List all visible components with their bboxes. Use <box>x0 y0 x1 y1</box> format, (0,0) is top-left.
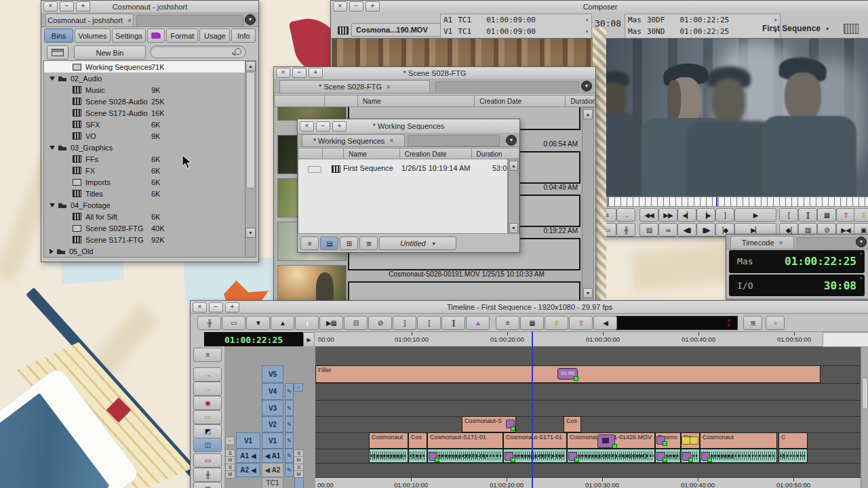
track-lock-cell[interactable]: ✎ <box>285 449 294 463</box>
bin-folder-row[interactable]: 02_Audio <box>44 73 245 84</box>
audio-tool-icon[interactable]: ╫ <box>193 468 222 482</box>
audio-clip[interactable]: Cosmonaut <box>700 449 777 463</box>
mark-in-icon[interactable]: [ <box>779 208 798 222</box>
chevron-down-icon[interactable] <box>50 146 55 150</box>
track-button-v5[interactable]: V5 <box>262 365 283 383</box>
video-clip[interactable]: Cosmonaut-S171-01 <box>503 432 567 449</box>
video-clip[interactable]: C <box>778 432 808 449</box>
next-edit-icon[interactable]: ▮▶ <box>696 223 715 237</box>
text-view-icon[interactable]: ▤ <box>320 237 338 250</box>
splice-in-icon[interactable]: ⇧ <box>569 316 593 330</box>
audio-clip[interactable]: Cos <box>408 449 427 463</box>
timewarp-icon[interactable] <box>690 436 698 445</box>
step-back-icon[interactable]: ◀▏ <box>677 208 696 222</box>
minimize-icon[interactable]: − <box>60 1 74 12</box>
tab-menu-icon[interactable]: ▾ <box>506 135 517 146</box>
position-bar[interactable] <box>608 197 868 207</box>
timeline-view-icon[interactable] <box>844 24 859 34</box>
track-lock-cell[interactable]: ✎ <box>285 416 294 432</box>
filmstrip-icon[interactable]: ▦ <box>817 208 836 222</box>
track-button-v4[interactable]: V4 <box>262 383 283 400</box>
source-track-patch[interactable]: A1 ◀ <box>236 449 260 463</box>
bin-item-row[interactable]: Scene S028-FTG40K <box>44 222 245 234</box>
audio-clip[interactable]: Cosmonaut-S171-01 <box>427 449 503 463</box>
bin-item-row[interactable]: All for Sift6K <box>44 211 245 222</box>
zoom-icon[interactable]: + <box>366 1 380 12</box>
io-timecode-row[interactable]: I/O 30:08 ▾ <box>729 274 865 296</box>
splice-arrow-icon[interactable]: → <box>616 208 635 222</box>
tab-project[interactable]: Cosmonaut - joshshort × <box>45 14 134 26</box>
zoom-icon[interactable]: + <box>76 1 90 12</box>
column-header-duration[interactable]: Duration <box>566 95 595 107</box>
bin-view-icon[interactable]: ▤ <box>639 223 658 237</box>
video-clip[interactable]: Cosmonaut <box>369 432 408 449</box>
segment-box-icon[interactable]: ▭ <box>222 316 245 330</box>
master-timecode-row[interactable]: Mas 01:00:22:25 ▾ <box>729 250 865 273</box>
timeline-fast-menu-icon[interactable]: ≡ <box>193 348 222 362</box>
motion-effect-icon[interactable]: ▲ <box>466 316 490 330</box>
timeline-fast-menu-icon[interactable]: ≡ <box>496 316 519 330</box>
chevron-down-icon[interactable]: ▾ <box>585 28 589 35</box>
tab-format[interactable]: Format <box>166 28 198 43</box>
source-track-patch[interactable]: V1 <box>236 432 260 449</box>
bin-view-menu[interactable]: Untitled ▾ <box>379 237 456 250</box>
scroll-thumb[interactable] <box>246 72 255 188</box>
bin-item-row[interactable]: Scene S028-Audio25K <box>44 96 245 107</box>
record-timecode-block[interactable]: Mas30DF01:00:22:25▾Mas30ND01:00:22:25▾ <box>625 14 781 39</box>
script-note-box[interactable] <box>348 281 580 302</box>
track-lock-cell[interactable]: ✎ <box>285 432 294 449</box>
minimize-icon[interactable]: − <box>349 1 363 12</box>
timecode-line[interactable]: Mas30DF01:00:22:25▾ <box>625 14 780 26</box>
track-button-a1[interactable]: ◀ A1 <box>262 449 283 463</box>
track-lock-cell[interactable]: ✎ <box>285 463 294 477</box>
audio-clip[interactable]: C <box>778 449 808 463</box>
close-icon[interactable]: × <box>779 239 783 247</box>
scroll-thumb[interactable] <box>862 378 868 409</box>
tab-info[interactable]: Info <box>231 28 256 43</box>
close-icon[interactable]: × <box>300 121 314 131</box>
chevron-down-icon[interactable]: ▾ <box>859 275 863 281</box>
audio-clip[interactable]: Cosmo <box>655 449 681 463</box>
track-button-v3[interactable]: V3 <box>262 400 283 416</box>
bin-folder-row[interactable]: 03_Graphics <box>44 142 245 153</box>
play-clip-icon[interactable]: ▶▦ <box>319 316 343 330</box>
track-lane-a2[interactable] <box>315 463 861 478</box>
step-forward-icon[interactable]: ▕▶ <box>696 208 715 222</box>
timecode-line[interactable]: Mas30ND01:00:22:25▾ <box>625 26 780 37</box>
bin-folder-row[interactable]: 04_Footage <box>44 199 245 211</box>
mark-in-icon[interactable]: [ <box>417 316 441 330</box>
tab-volumes[interactable]: Volumes <box>75 28 110 43</box>
timecode-line[interactable]: A1TC101:00:09:00▾ <box>441 14 591 26</box>
column-header-creation-date[interactable]: Creation Date <box>475 95 566 107</box>
record-lamp-icon[interactable]: ● <box>766 316 785 330</box>
trim-mode-icon[interactable]: ◫ <box>193 438 222 452</box>
record-track-toggle[interactable]: ▫ <box>225 436 235 445</box>
zoom-icon[interactable]: + <box>332 121 347 131</box>
position-indicator[interactable] <box>716 197 717 206</box>
sequence-row[interactable]: First Sequence1/26/15 10:19:14 AM53:0 <box>298 159 507 176</box>
timeline-top-ruler[interactable]: 00:0001:00:10:0001:00:20:0001:00:30:0001… <box>314 331 868 348</box>
audio-clip[interactable]: Co <box>681 449 700 463</box>
track-list-icon[interactable]: ≣ <box>743 316 762 330</box>
tab-bins[interactable]: Bins <box>44 28 73 43</box>
column-header-name[interactable]: Name <box>358 95 475 107</box>
scene-bin-titlebar[interactable]: × − + * Scene S028-FTG <box>274 67 595 79</box>
source-record-toggle-icon[interactable]: ▭ <box>193 453 222 468</box>
bin-item-row[interactable]: Working Sequences71K <box>44 61 245 73</box>
bin-item-row[interactable]: VO9K <box>44 130 245 142</box>
record-monitor[interactable] <box>597 38 868 197</box>
scroll-up-icon[interactable]: ▲ <box>245 61 256 71</box>
mark-clip-icon[interactable]: ][ <box>441 316 465 330</box>
link-icon[interactable]: ∞ <box>658 223 677 237</box>
scroll-down-icon[interactable]: ▼ <box>583 288 593 298</box>
column-header-blank[interactable] <box>325 95 358 107</box>
play-toggle-button[interactable]: ▶ <box>303 332 315 347</box>
bin-item-row[interactable]: Titles6K <box>44 188 245 199</box>
mark-out-icon[interactable]: ] <box>393 316 416 330</box>
tab-menu-icon[interactable]: ▾ <box>856 237 867 247</box>
tab-working-sequences[interactable]: * Working Sequences × <box>302 134 405 146</box>
source-clip-menu[interactable]: Cosmona...190.MOV ▾ <box>351 23 450 37</box>
bin-fast-menu-icon[interactable]: ≡ <box>300 237 319 250</box>
timeline-scrollbar[interactable] <box>861 346 868 488</box>
track-lane-v4[interactable] <box>315 383 861 401</box>
